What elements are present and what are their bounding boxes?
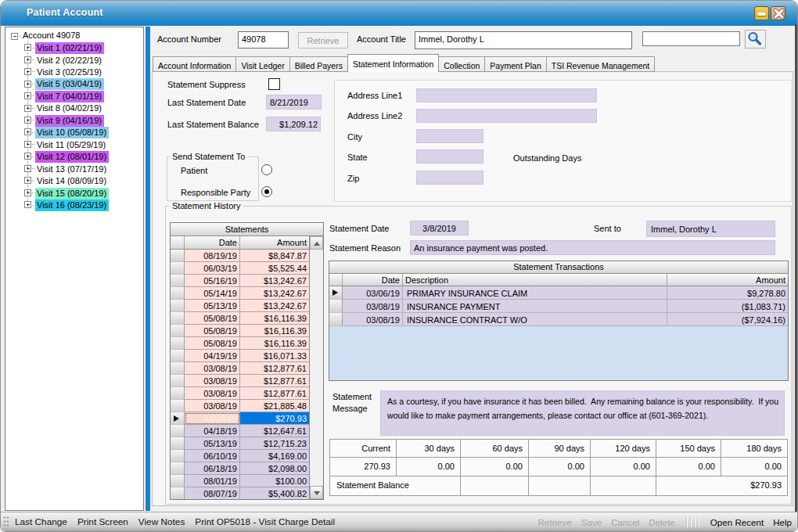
statement-date-cell[interactable]: 06/03/19 <box>185 262 240 275</box>
last-statement-date-field[interactable]: 8/21/2019 <box>266 95 322 110</box>
statements-row[interactable]: 05/16/19$13,242.67 <box>171 275 323 287</box>
statements-row[interactable]: 04/18/19$12,647.61 <box>171 425 323 437</box>
tab-visit-ledger[interactable]: Visit Ledger <box>236 56 289 72</box>
tree-collapse-icon[interactable] <box>11 33 18 40</box>
statements-scrollbar[interactable] <box>309 236 323 499</box>
statement-date-cell[interactable]: 08/01/19 <box>185 475 240 487</box>
search-input[interactable] <box>642 31 740 46</box>
amount-column-header[interactable]: Amount <box>240 236 309 250</box>
statements-row[interactable]: 08/19/19$8,847.87 <box>171 250 323 262</box>
tree-item-visit[interactable]: Visit 15 (08/20/19) <box>35 188 109 200</box>
tab-collection[interactable]: Collection <box>439 56 485 72</box>
tree-expand-icon[interactable] <box>24 177 31 184</box>
row-selector-cell[interactable] <box>171 450 185 462</box>
row-selector-cell[interactable] <box>171 462 185 475</box>
transaction-date-cell[interactable]: 03/08/19 <box>343 300 403 313</box>
statement-date-cell[interactable]: 05/13/19 <box>185 437 240 450</box>
statement-suppress-checkbox[interactable] <box>268 78 280 90</box>
statement-amount-cell[interactable]: $12,877.61 <box>240 375 309 387</box>
statement-date-cell[interactable]: 05/08/19 <box>185 337 240 350</box>
tree-expand-icon[interactable] <box>24 141 31 148</box>
transaction-row[interactable]: 03/06/19PRIMARY INSURANCE CLAIM$9,278.80 <box>329 286 788 300</box>
statement-amount-cell[interactable]: $270.93 <box>240 412 309 425</box>
statement-amount-cell[interactable]: $13,242.67 <box>240 300 309 312</box>
statement-date-cell[interactable]: 03/08/19 <box>185 387 240 400</box>
tree-item-visit[interactable]: Visit 14 (08/09/19) <box>35 175 109 187</box>
statement-date-cell[interactable]: 06/10/19 <box>185 450 240 462</box>
row-selector-cell[interactable] <box>329 286 343 300</box>
transaction-amount-cell[interactable]: ($7,924.16) <box>667 313 788 326</box>
account-title-field[interactable]: Immel, Dorothy L <box>415 31 632 49</box>
scrollbar-down-button[interactable] <box>310 486 323 499</box>
statement-date-cell[interactable]: 03/08/19 <box>185 412 240 425</box>
statement-date-cell[interactable]: 05/14/19 <box>185 287 240 300</box>
transaction-date-cell[interactable]: 03/08/19 <box>343 313 403 326</box>
amount-column-header[interactable]: Amount <box>667 274 788 286</box>
address-line2-field[interactable] <box>416 109 597 123</box>
tree-item-visit[interactable]: Visit 3 (02/25/19) <box>35 66 104 78</box>
tab-account-information[interactable]: Account Information <box>153 56 236 72</box>
statement-amount-cell[interactable]: $16,116.39 <box>240 337 309 350</box>
transaction-description-cell[interactable]: INSURANCE PAYMENT <box>403 300 667 313</box>
statement-amount-cell[interactable]: $5,525.44 <box>240 262 309 275</box>
statusbar-item-help[interactable]: Help <box>773 517 792 527</box>
statements-row[interactable]: 04/19/19$16,071.33 <box>171 350 323 362</box>
statement-date-cell[interactable]: 05/13/19 <box>185 300 240 312</box>
row-selector-cell[interactable] <box>329 313 343 326</box>
tree-item-visit[interactable]: Visit 2 (02/22/19) <box>35 55 104 66</box>
tree-item-visit[interactable]: Visit 10 (05/08/19) <box>35 127 109 138</box>
row-selector-cell[interactable] <box>171 487 185 500</box>
statement-amount-cell[interactable]: $12,647.61 <box>240 425 309 437</box>
last-statement-balance-field[interactable]: $1,209.12 <box>266 117 321 131</box>
row-selector-cell[interactable] <box>171 362 185 375</box>
patient-radio[interactable] <box>261 164 272 175</box>
transaction-date-cell[interactable]: 03/06/19 <box>343 286 403 300</box>
tree-item-visit[interactable]: Visit 1 (02/21/19) <box>35 42 104 54</box>
tree-root-node[interactable]: Account 49078 <box>21 30 82 41</box>
tree-expand-icon[interactable] <box>24 153 31 160</box>
statements-row[interactable]: 03/08/19$12,877.61 <box>171 387 323 400</box>
transaction-row[interactable]: 03/08/19INSURANCE PAYMENT($1,083.71) <box>329 300 788 313</box>
statement-amount-cell[interactable]: $13,242.67 <box>240 275 309 287</box>
row-selector-cell[interactable] <box>171 325 185 337</box>
statements-row[interactable]: 05/08/19$16,116.39 <box>171 312 323 325</box>
statement-amount-cell[interactable]: $12,715.23 <box>240 437 309 450</box>
row-selector-cell[interactable] <box>171 250 185 262</box>
tree-expand-icon[interactable] <box>24 44 31 51</box>
transaction-description-cell[interactable]: INSURANCE CONTRACT W/O <box>403 313 667 326</box>
address-line1-field[interactable] <box>416 88 597 102</box>
statement-amount-cell[interactable]: $13,242.67 <box>240 287 309 300</box>
row-selector-cell[interactable] <box>171 337 185 350</box>
row-selector-cell[interactable] <box>171 412 185 425</box>
row-selector-cell[interactable] <box>171 425 185 437</box>
tree-expand-icon[interactable] <box>24 92 31 99</box>
row-selector-cell[interactable] <box>171 437 185 450</box>
tree-item-visit[interactable]: Visit 13 (07/17/19) <box>35 164 109 175</box>
transaction-amount-cell[interactable]: ($1,083.71) <box>667 300 788 313</box>
statements-row[interactable]: 06/18/19$2,098.00 <box>171 462 323 475</box>
row-selector-cell[interactable] <box>171 400 185 412</box>
zip-field[interactable] <box>416 171 483 185</box>
statements-row[interactable]: 08/07/19$5,400.82 <box>171 487 323 500</box>
statements-row[interactable]: 03/08/19$270.93 <box>171 412 323 425</box>
statements-row[interactable]: 05/13/19$12,715.23 <box>171 437 323 450</box>
statement-amount-cell[interactable]: $16,071.33 <box>240 350 309 362</box>
statement-date-cell[interactable]: 05/16/19 <box>185 275 240 287</box>
statusbar-item-view-notes[interactable]: View Notes <box>138 516 185 527</box>
statements-row[interactable]: 05/08/19$16,116.39 <box>171 337 323 350</box>
statement-amount-cell[interactable]: $12,877.61 <box>240 362 309 375</box>
row-selector-cell[interactable] <box>171 287 185 300</box>
tab-tsi-revenue-management[interactable]: TSI Revenue Management <box>547 56 656 72</box>
statement-date-cell[interactable]: 08/07/19 <box>185 487 240 500</box>
statement-date-cell[interactable]: 04/19/19 <box>185 350 240 362</box>
statement-amount-cell[interactable]: $5,400.82 <box>240 487 309 500</box>
statement-message-box[interactable]: As a courtesy, if you have insurance it … <box>380 390 785 436</box>
tree-expand-icon[interactable] <box>24 201 31 208</box>
tree-expand-icon[interactable] <box>24 165 31 172</box>
date-column-header[interactable]: Date <box>185 236 240 250</box>
scrollbar-up-button[interactable] <box>310 236 323 250</box>
tree-item-visit[interactable]: Visit 8 (04/02/19) <box>35 102 104 114</box>
tree-expand-icon[interactable] <box>24 189 31 196</box>
statements-row[interactable]: 06/10/19$4,169.00 <box>171 450 323 462</box>
row-selector-cell[interactable] <box>329 300 343 313</box>
